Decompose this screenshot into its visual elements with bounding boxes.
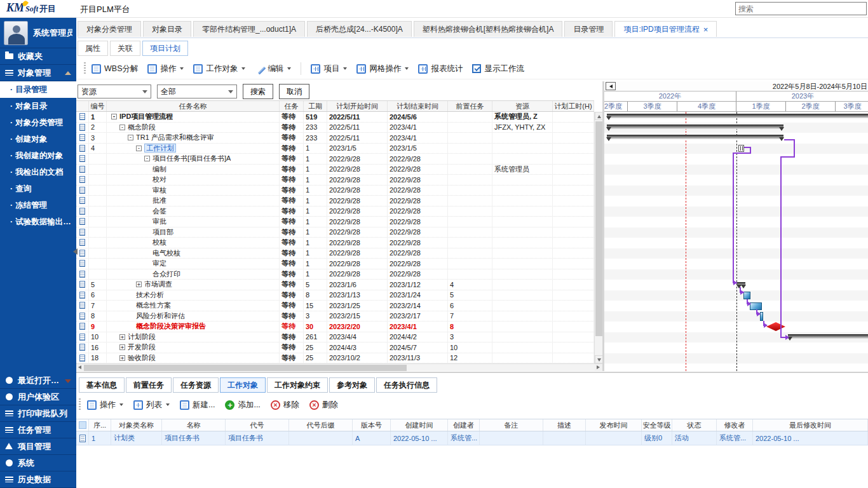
tree-expander-icon[interactable]: + bbox=[119, 334, 125, 340]
sidebar-collapse-handle[interactable] bbox=[72, 247, 79, 257]
toolbar-button-operate[interactable]: 操作 bbox=[147, 64, 184, 74]
toolbar-button-edit[interactable]: 编辑 bbox=[255, 64, 291, 74]
tree-expander-icon[interactable]: + bbox=[119, 355, 125, 361]
tree-expander-icon[interactable]: - bbox=[136, 146, 142, 151]
sidebar-section-print-approval-queue[interactable]: 打印审批队列 bbox=[0, 405, 76, 422]
sidebar-section-task-management[interactable]: 任务管理 bbox=[0, 422, 76, 438]
task-row[interactable]: 审定等待12022/9/282022/9/28 bbox=[76, 259, 594, 269]
toolbar-button-grid-operation[interactable]: 网格操作 bbox=[356, 64, 409, 74]
gantt-bar-summary[interactable] bbox=[607, 135, 783, 139]
scrollbar-thumb[interactable] bbox=[84, 365, 407, 371]
gantt-scroll-back-button[interactable] bbox=[606, 82, 616, 90]
search-button[interactable]: 搜索 bbox=[243, 84, 273, 99]
task-row[interactable]: 合众打印等待12022/9/282022/9/28 bbox=[76, 269, 594, 280]
detail-toolbar-button-operate[interactable]: 操作 bbox=[87, 400, 123, 410]
task-row[interactable]: 校核等待12022/9/282022/9/28 bbox=[76, 238, 594, 248]
task-row[interactable]: 1-IPD项目管理流程等待5192022/5/112024/5/6系统管理员, … bbox=[76, 112, 594, 123]
tree-expander-icon[interactable]: - bbox=[128, 135, 133, 140]
scroll-right-icon[interactable] bbox=[595, 364, 602, 371]
resource-field-dropdown[interactable]: 资源 bbox=[78, 85, 151, 98]
task-row[interactable]: 10+计划阶段等待2612023/4/42024/4/23 bbox=[76, 332, 594, 343]
sidebar-section-object-management[interactable]: 对象管理 bbox=[0, 65, 76, 81]
toolbar-button-report-statistics[interactable]: 报表统计 bbox=[418, 64, 463, 74]
document-tab[interactable]: 对象目录 bbox=[143, 21, 191, 37]
detail-toolbar-button-delete[interactable]: ×删除 bbox=[309, 400, 338, 410]
sidebar-section-history-data[interactable]: 历史数据 bbox=[0, 471, 76, 488]
task-row[interactable]: 16+开发阶段等待252024/4/32024/5/710 bbox=[76, 342, 594, 353]
gantt-milestone-diamond[interactable] bbox=[766, 322, 785, 331]
tree-expander-icon[interactable]: - bbox=[144, 156, 150, 161]
detail-toolbar-button-new[interactable]: 新建... bbox=[180, 400, 215, 410]
subtab-项目计划[interactable]: 项目计划 bbox=[142, 41, 188, 56]
task-row[interactable]: 校对等待12022/9/282022/9/28 bbox=[76, 175, 594, 186]
task-row[interactable]: 9概念阶段决策评审报告等待302023/2/202023/4/18 bbox=[76, 322, 594, 332]
sidebar-section-favorites[interactable]: 收藏夹 bbox=[0, 48, 76, 65]
detail-tab-任务执行信息[interactable]: 任务执行信息 bbox=[376, 377, 437, 393]
toolbar-button-project[interactable]: 项目 bbox=[311, 64, 347, 74]
sidebar-item-create-object[interactable]: ·创建对象 bbox=[0, 131, 76, 147]
detail-toolbar-button-remove[interactable]: ×移除 bbox=[271, 400, 299, 410]
toolbar-button-show-workflow[interactable]: 显示工作流 bbox=[472, 64, 524, 74]
detail-tab-前置任务[interactable]: 前置任务 bbox=[126, 377, 172, 393]
detail-toolbar-button-add[interactable]: +添加... bbox=[225, 400, 260, 410]
task-row[interactable]: 审批等待12022/9/282022/9/28 bbox=[76, 217, 594, 227]
scroll-left-icon[interactable] bbox=[76, 364, 84, 371]
detail-tab-基本信息[interactable]: 基本信息 bbox=[79, 377, 125, 393]
task-row[interactable]: 批准等待12022/9/282022/9/28 bbox=[76, 196, 594, 207]
task-row[interactable]: 审核等待12022/9/282022/9/28 bbox=[76, 186, 594, 196]
gantt-bar-summary[interactable] bbox=[788, 334, 868, 339]
detail-tab-工作对象[interactable]: 工作对象 bbox=[220, 377, 266, 393]
document-tab[interactable]: 对象分类管理 bbox=[78, 21, 141, 37]
toolbar-button-work-object[interactable]: 工作对象 bbox=[193, 64, 245, 74]
scrollbar-thumb[interactable] bbox=[595, 121, 602, 336]
sidebar-item-my-created-objects[interactable]: ·我创建的对象 bbox=[0, 147, 76, 164]
sidebar-item-freeze-management[interactable]: ·冻结管理 bbox=[0, 197, 76, 214]
user-row[interactable]: 系统管理员 bbox=[0, 18, 76, 48]
tree-expander-icon[interactable]: + bbox=[119, 344, 125, 350]
task-row[interactable]: 8风险分析和评估等待32023/2/152023/2/177 bbox=[76, 311, 594, 322]
sidebar-item-query[interactable]: ·查询 bbox=[0, 180, 76, 197]
toolbar-button-wbs-decompose[interactable]: WBS分解 bbox=[92, 64, 138, 74]
document-tab[interactable]: 零部件结构管理_...oduct1]A bbox=[193, 21, 305, 37]
document-tab[interactable]: 项目:IPD项目管理流程× bbox=[614, 21, 717, 37]
task-row[interactable]: 项目部等待12022/9/282022/9/28 bbox=[76, 227, 594, 238]
gantt-bar-smalltask[interactable] bbox=[738, 145, 744, 152]
task-row[interactable]: -项目任务书[项目任务书]A等待12022/9/282022/9/28 bbox=[76, 154, 594, 165]
subtab-关联[interactable]: 关联 bbox=[110, 41, 140, 56]
document-tab[interactable]: 塑料热熔接铆合机[塑料热熔接铆合机]A bbox=[414, 21, 563, 37]
work-object-row[interactable]: 1计划类项目任务书项目任务书A2022-05-10 ...系统管...级别0活动… bbox=[76, 431, 868, 445]
sidebar-item-test-data-export[interactable]: ·试验数据输出… bbox=[0, 214, 76, 230]
checkbox-checked-icon[interactable] bbox=[472, 64, 481, 73]
cancel-button[interactable]: 取消 bbox=[279, 84, 309, 99]
sidebar-item-object-class-management[interactable]: ·对象分类管理 bbox=[0, 114, 76, 131]
gantt-bar-summary[interactable] bbox=[607, 114, 868, 118]
detail-tab-任务资源[interactable]: 任务资源 bbox=[173, 377, 219, 393]
task-row[interactable]: 7概念性方案等待152023/1/252023/2/146 bbox=[76, 301, 594, 311]
task-table-vertical-scrollbar[interactable] bbox=[594, 112, 602, 363]
sidebar-section-system[interactable]: 系统 bbox=[0, 455, 76, 471]
sidebar-section-user-experience[interactable]: 用户体验区 bbox=[0, 389, 76, 405]
gantt-bar-minisummary[interactable] bbox=[737, 282, 745, 286]
chevron-down-icon[interactable] bbox=[65, 379, 71, 383]
task-row[interactable]: 18+验收阶段等待252023/10/22023/11/312 bbox=[76, 353, 594, 364]
collapse-up-icon[interactable] bbox=[65, 71, 71, 75]
close-icon[interactable]: × bbox=[703, 25, 709, 34]
sidebar-item-my-checked-out-docs[interactable]: ·我检出的文档 bbox=[0, 164, 76, 180]
global-search-input[interactable] bbox=[735, 2, 867, 15]
resource-value-dropdown[interactable]: 全部 bbox=[157, 85, 237, 98]
gantt-bar-summary[interactable] bbox=[607, 125, 783, 129]
sidebar-section-project-management[interactable]: 项目管理 bbox=[0, 438, 76, 455]
detail-tab-工作对象约束[interactable]: 工作对象约束 bbox=[267, 377, 328, 393]
document-tab[interactable]: 目录管理 bbox=[564, 21, 613, 37]
task-row[interactable]: 4-工作计划等待12023/1/52023/1/5 bbox=[76, 144, 594, 154]
subtab-属性[interactable]: 属性 bbox=[78, 41, 108, 56]
task-row[interactable]: 电气校核等待12022/9/282022/9/28 bbox=[76, 248, 594, 259]
sidebar-item-object-catalog[interactable]: ·对象目录 bbox=[0, 98, 76, 114]
sidebar-item-catalog-management[interactable]: ·目录管理 bbox=[0, 81, 76, 98]
task-row[interactable]: 编制等待12022/9/282022/9/28系统管理员 bbox=[76, 165, 594, 175]
task-row[interactable]: 2-概念阶段等待2332022/5/112023/4/1JFZX, YHTY, … bbox=[76, 123, 594, 133]
gantt-bar-task[interactable] bbox=[743, 292, 750, 299]
task-table-horizontal-scrollbar[interactable] bbox=[76, 363, 602, 371]
tree-expander-icon[interactable]: - bbox=[111, 114, 117, 119]
task-row[interactable]: 会签等待12022/9/282022/9/28 bbox=[76, 207, 594, 217]
